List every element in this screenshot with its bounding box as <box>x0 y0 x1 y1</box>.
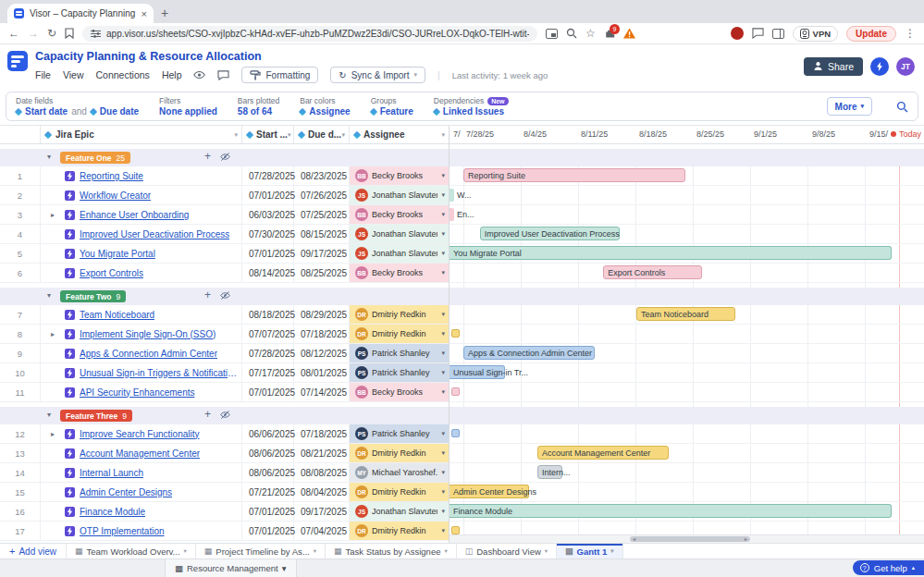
view-tab[interactable]: ▤Gantt 1▾ <box>557 544 623 559</box>
epic-link[interactable]: OTP Implementation <box>80 526 165 536</box>
menu-kebab-icon[interactable]: ⋮ <box>905 27 916 40</box>
flash-button[interactable] <box>870 57 889 76</box>
due-date-cell[interactable]: 08/25/2025 <box>294 264 350 282</box>
epic-link[interactable]: Export Controls <box>80 268 143 278</box>
bookmark-icon[interactable] <box>65 28 74 39</box>
gantt-bar[interactable]: Finance Module <box>450 504 892 518</box>
view-tab[interactable]: ▦Project Timeline by As...▾ <box>196 544 326 559</box>
assignee-cell[interactable]: DRDmitriy Redkin▾ <box>350 483 449 501</box>
sheet-search-icon[interactable] <box>896 101 908 113</box>
start-date-cell[interactable]: 07/28/2025 <box>242 344 294 362</box>
epic-link[interactable]: Enhance User Onboarding <box>80 210 189 220</box>
expand-caret-icon[interactable]: ▸ <box>51 330 55 338</box>
bar-colors-setting[interactable]: Bar colors Assignee <box>300 96 350 117</box>
due-date-cell[interactable]: 07/04/2025 <box>294 522 350 540</box>
column-header-epic[interactable]: Jira Epic ▾ <box>41 126 242 143</box>
gantt-bar[interactable]: Reporting Suite <box>463 168 685 182</box>
due-date-cell[interactable]: 09/17/2025 <box>294 502 350 521</box>
assignee-cell[interactable]: JSJonathan Slavuter▾ <box>350 225 449 243</box>
search-icon[interactable] <box>566 28 577 39</box>
due-date-cell[interactable]: 07/18/2025 <box>294 424 350 443</box>
chevron-down-icon[interactable]: ▾ <box>341 131 345 139</box>
epic-link[interactable]: Apps & Connection Admin Center <box>80 349 217 359</box>
add-row-icon[interactable]: + <box>204 289 211 301</box>
column-header-assignee[interactable]: Assignee ▾ <box>350 126 449 143</box>
due-date-cell[interactable]: 09/17/2025 <box>294 244 350 263</box>
add-view-button[interactable]: + Add view <box>0 544 66 559</box>
column-header-start[interactable]: Start ... ▾ <box>242 126 294 143</box>
hide-bars-icon[interactable] <box>220 290 230 301</box>
due-date-cell[interactable]: 08/21/2025 <box>294 444 350 462</box>
chevron-down-icon[interactable]: ▾ <box>288 131 291 139</box>
new-tab-button[interactable]: + <box>161 6 168 20</box>
assignee-cell[interactable]: BBBecky Brooks▾ <box>350 383 449 401</box>
browser-tab[interactable]: Visor – Capacity Planning &... × <box>7 4 154 23</box>
collapse-caret-icon[interactable]: ▾ <box>47 291 51 300</box>
gantt-bar-clipped[interactable] <box>451 329 460 338</box>
reload-icon[interactable]: ↻ <box>47 28 56 39</box>
expand-caret-icon[interactable]: ▸ <box>51 430 55 438</box>
gantt-bar-clipped[interactable] <box>451 429 460 437</box>
epic-link[interactable]: Improved User Deactivation Process <box>80 229 229 239</box>
epic-link[interactable]: Finance Module <box>80 507 145 517</box>
due-date-cell[interactable]: 08/15/2025 <box>294 225 350 243</box>
collapse-caret-icon[interactable]: ▾ <box>47 411 51 419</box>
update-button[interactable]: Update <box>846 26 896 42</box>
due-date-cell[interactable]: 08/23/2025 <box>294 166 350 185</box>
gantt-bar[interactable]: Admin Center Designs <box>450 485 529 498</box>
formatting-button[interactable]: Formatting <box>241 67 318 83</box>
column-header-due[interactable]: Due d... ▾ <box>294 126 350 143</box>
close-tab-icon[interactable]: × <box>142 8 147 19</box>
site-info-icon[interactable] <box>91 29 101 39</box>
horizontal-scrollbar[interactable]: ◄► <box>450 534 924 543</box>
gantt-bar[interactable]: Intern... <box>537 465 562 479</box>
assignee-cell[interactable]: DRDmitriy Redkin▾ <box>350 305 449 324</box>
gantt-bar[interactable]: Team Noticeboard <box>636 307 735 321</box>
assignee-cell[interactable]: BBBecky Brooks▾ <box>350 264 449 282</box>
start-date-cell[interactable]: 08/06/2025 <box>242 463 294 482</box>
expand-caret-icon[interactable]: ▸ <box>51 211 55 219</box>
gantt-bar[interactable]: Apps & Connection Admin Center <box>463 346 595 360</box>
menu-help[interactable]: Help <box>162 69 182 80</box>
epic-link[interactable]: API Security Enhancements <box>80 387 195 398</box>
share-button[interactable]: Share <box>804 57 863 76</box>
sync-import-button[interactable]: ↻ Sync & Import ▾ <box>330 67 425 83</box>
add-row-icon[interactable]: + <box>204 151 211 162</box>
start-date-cell[interactable]: 07/01/2025 <box>242 522 294 540</box>
epic-link[interactable]: Implement Single Sign-On (SSO) <box>80 329 216 339</box>
view-tab[interactable]: ◫Dashboard View▾ <box>457 544 557 559</box>
comment-icon[interactable] <box>217 70 229 80</box>
user-avatar[interactable]: JT <box>896 57 915 76</box>
menu-file[interactable]: File <box>35 69 51 80</box>
back-icon[interactable]: ← <box>8 28 19 39</box>
due-date-cell[interactable]: 08/29/2025 <box>294 305 350 324</box>
chevron-down-icon[interactable]: ▾ <box>441 131 445 139</box>
epic-link[interactable]: Unusual Sign-in Triggers & Notifications <box>80 368 241 378</box>
groups-setting[interactable]: Groups Feature <box>371 96 413 117</box>
gantt-bar[interactable]: Improved User Deactivation Process <box>480 227 620 240</box>
due-date-cell[interactable]: 07/14/2025 <box>294 383 350 401</box>
epic-link[interactable]: Improve Search Functionality <box>80 429 200 439</box>
hide-bars-icon[interactable] <box>220 152 230 162</box>
chat-icon[interactable] <box>752 28 764 39</box>
profile-avatar[interactable] <box>731 27 744 40</box>
assignee-cell[interactable]: DRDmitriy Redkin▾ <box>350 325 449 343</box>
menu-connections[interactable]: Connections <box>96 69 150 80</box>
assignee-cell[interactable]: BBBecky Brooks▾ <box>350 166 449 185</box>
assignee-cell[interactable]: DRDmitriy Redkin▾ <box>350 444 449 462</box>
assignee-cell[interactable]: DRDmitriy Redkin▾ <box>350 522 449 540</box>
hide-bars-icon[interactable] <box>220 410 230 420</box>
start-date-cell[interactable]: 07/17/2025 <box>242 363 294 382</box>
assignee-cell[interactable]: BBBecky Brooks▾ <box>350 205 449 224</box>
add-row-icon[interactable]: + <box>204 409 211 420</box>
assignee-cell[interactable]: PSPatrick Shanley▾ <box>350 363 449 382</box>
more-button[interactable]: More ▾ <box>827 97 872 116</box>
forward-icon[interactable]: → <box>28 28 39 39</box>
collapse-caret-icon[interactable]: ▾ <box>47 153 51 161</box>
get-help-button[interactable]: ? Get help ▴ <box>853 560 924 575</box>
view-tab[interactable]: ▦Team Workload Overv...▾ <box>66 544 196 559</box>
due-date-cell[interactable]: 08/12/2025 <box>294 344 350 362</box>
assignee-cell[interactable]: JSJonathan Slavuter▾ <box>350 244 449 263</box>
scrollbar-thumb[interactable]: ◄► <box>630 536 750 542</box>
pip-icon[interactable] <box>546 29 558 39</box>
